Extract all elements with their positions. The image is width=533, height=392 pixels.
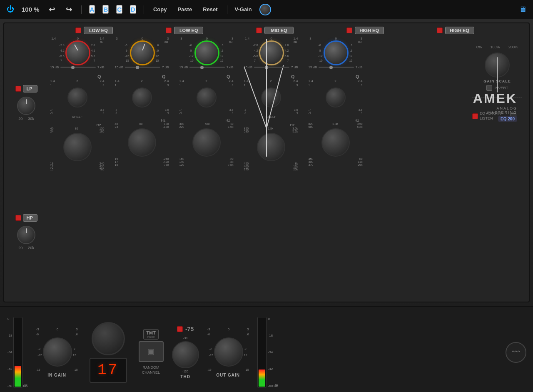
hp-filter-section: HP 20 – 20k (15, 214, 37, 250)
redo-button[interactable]: ↪ (64, 4, 74, 15)
eq-band-2-header: LOW EQ (151, 27, 218, 34)
channel-knob[interactable] (92, 322, 125, 355)
top-bar: ⏻ 100 % ↩ ↪ A B C D Copy Paste Reset V-G… (0, 0, 533, 19)
hp-button[interactable]: HP (23, 214, 37, 222)
preset-a-button[interactable]: A (89, 5, 95, 14)
preset-c-button[interactable]: C (116, 5, 122, 14)
eq-band-2: -303 dB -6-9-12-15 .6.91215 (110, 37, 174, 298)
eq-band-4-gain-knob[interactable] (259, 40, 284, 65)
eq-band-2-led[interactable] (166, 27, 172, 33)
amek-brand: AMEK (467, 91, 517, 106)
eq-band-5-range-slider[interactable] (319, 67, 354, 68)
lp-knob[interactable] (17, 97, 35, 115)
eq-band-3-label[interactable]: MID EQ (264, 27, 294, 34)
amek-badge: EQ 200 (498, 116, 517, 122)
eq-band-5-label[interactable]: HIGH EQ (445, 27, 474, 34)
in-gain-knob[interactable] (43, 337, 72, 367)
undo-button[interactable]: ↩ (47, 4, 57, 15)
eq-band-1-led[interactable] (75, 27, 81, 33)
tmt-inside-label: inside (146, 335, 156, 338)
eq-band-1-q-section: Q 1.422.4 13 .73.5 .44 SHELF (48, 74, 107, 119)
out-gain-section: -303 -6.6 -9-12 .912 -1515 OUT GAIN (207, 327, 249, 377)
lp-button[interactable]: LP (23, 85, 37, 92)
out-gain-knob[interactable] (214, 337, 243, 367)
tmt-label: TMT (146, 330, 156, 335)
vgain-knob[interactable] (259, 4, 271, 15)
eq-band-5-freq-knob[interactable] (321, 128, 350, 157)
vgain-label: V-Gain (235, 6, 252, 12)
eq-band-2-label[interactable]: LOW EQ (174, 27, 203, 34)
eq-band-1-shelf-label: SHELF (72, 115, 83, 119)
eq-band-4-led[interactable] (346, 27, 352, 33)
lp-range: 20 – 30k (18, 117, 34, 121)
eq-band-1-label[interactable]: LOW EQ (84, 27, 113, 34)
lp-enable-row: LP (15, 85, 37, 92)
left-vu-labels: 0-18-34-42-60 (7, 317, 12, 388)
separator-2 (144, 5, 144, 14)
amek-mastering: MASTERING (467, 110, 517, 115)
bottom-section: 0-18-34-42-60 dB -303 -6.6 -9-12 .912 -1… (0, 306, 533, 392)
eq-band-4-label[interactable]: HIGH EQ (355, 27, 384, 34)
lp-filter-section: LP 20 – 30k (15, 85, 37, 121)
thd-label: THD (180, 375, 190, 379)
in-gain-section: -303 -6.6 -9-12 .912 -1515 IN GAIN (36, 327, 78, 377)
thd-knob[interactable] (172, 341, 199, 368)
right-vu-db-label: dB (274, 384, 278, 388)
eq-band-4-q-knob[interactable] (261, 87, 281, 107)
separator-3 (227, 5, 227, 14)
right-vu-labels: 0-18-34-42-60 (268, 317, 273, 388)
eq-band-2-gain-knob[interactable] (130, 40, 155, 65)
separator-1 (81, 5, 82, 14)
out-gain-label: OUT GAIN (216, 373, 240, 377)
eq-band-4-freq-knob[interactable] (257, 133, 285, 161)
random-channel-button[interactable]: ▣ (139, 341, 164, 362)
gain-scale-knob[interactable] (485, 52, 510, 77)
left-vu-fill (15, 366, 21, 386)
eq-band-1-gain-section: -1.401.4 dB -2.8-4.2-5.6-7 2.84.25.6 (48, 37, 107, 69)
hp-enable-row: HP (15, 214, 37, 222)
eq-band-2-freq-knob[interactable] (128, 128, 156, 157)
eq-band-1: -1.401.4 dB -2.8-4.2-5.6-7 2.84.25.6 (45, 37, 110, 298)
in-gain-scales: -303 (36, 327, 78, 331)
eq-band-3-q-knob[interactable] (197, 87, 217, 107)
left-vu-db-label: dB (23, 384, 28, 388)
hp-knob[interactable] (17, 226, 35, 244)
eq-band-5-header: HIGH EQ (422, 27, 489, 34)
eq-band-1-q-knob[interactable] (67, 87, 87, 107)
eq-band-3-freq-knob[interactable] (192, 128, 221, 157)
channel-display: 17 (90, 358, 127, 383)
eq-band-2-q-knob[interactable] (132, 87, 152, 107)
tmt-section: TMT inside ▣ RANDOMCHANNEL (139, 329, 164, 375)
paste-button[interactable]: Paste (176, 5, 194, 13)
eq-band-3-range-slider[interactable] (189, 67, 225, 68)
invert-led[interactable] (486, 85, 492, 91)
amek-analog: ANALOG (467, 106, 517, 110)
eq-band-1-range-slider[interactable] (60, 67, 96, 68)
hp-led[interactable] (15, 215, 21, 221)
eq-band-2-q-section: Q 1.422.4 13 .73.5 .44 (113, 74, 171, 114)
eq-band-3-header: MID EQ (242, 27, 308, 34)
eq-band-1-header: LOW EQ (61, 27, 127, 34)
eq-band-4-shelf-label: SHELF (266, 115, 276, 119)
eq-band-4: -1.401.4 dB -2.8-4.2-5.6-7 2.84.25.67 (239, 37, 303, 298)
eq-band-2-range-slider[interactable] (125, 67, 160, 68)
eq-bands-container: -1.401.4 dB -2.8-4.2-5.6-7 2.84.25.6 (45, 37, 526, 298)
eq-band-5-gain-knob[interactable] (324, 40, 349, 65)
lp-led[interactable] (15, 86, 21, 92)
thd-led[interactable] (177, 326, 183, 332)
eq-band-5-led[interactable] (437, 27, 443, 33)
eq-band-2-gain-section: -303 dB -6-9-12-15 .6.91215 (113, 37, 171, 69)
waveform-icon[interactable]: 〰 (506, 342, 526, 363)
eq-band-5-q-knob[interactable] (326, 87, 346, 107)
eq-band-4-range-slider[interactable] (254, 67, 289, 68)
eq-band-1-freq-knob[interactable] (63, 133, 92, 161)
power-icon[interactable]: ⏻ (7, 5, 14, 14)
monitor-icon[interactable]: 🖥 (519, 5, 526, 14)
copy-button[interactable]: Copy (152, 5, 169, 13)
eq-band-1-gain-knob[interactable] (65, 40, 90, 65)
eq-band-3-led[interactable] (256, 27, 262, 33)
reset-button[interactable]: Reset (201, 5, 219, 13)
preset-d-button[interactable]: D (130, 5, 136, 14)
preset-b-button[interactable]: B (102, 5, 109, 14)
eq-band-3-gain-knob[interactable] (194, 40, 219, 65)
